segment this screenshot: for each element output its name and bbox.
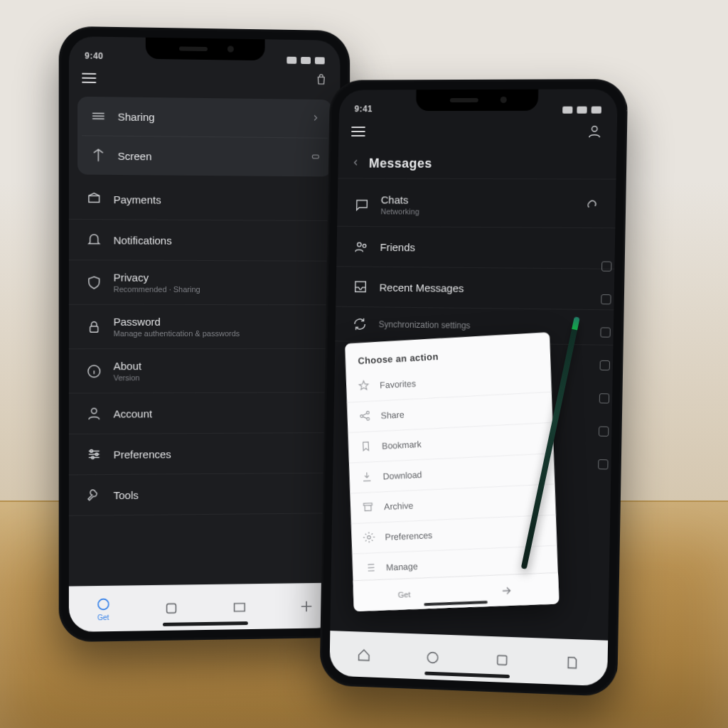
list-item[interactable]: Password Manage authentication & passwor…	[69, 305, 340, 349]
svg-point-15	[368, 535, 371, 539]
list-item[interactable]: Notifications	[69, 220, 340, 262]
sheet-label: Archive	[384, 500, 414, 512]
back-icon[interactable]	[350, 157, 360, 170]
page-title: Messages	[369, 156, 432, 171]
tab-4[interactable]	[299, 598, 314, 614]
slot-icon[interactable]	[599, 393, 609, 403]
sheet-label: Download	[382, 470, 422, 481]
tab-2[interactable]	[424, 649, 440, 665]
battery-icon	[592, 107, 601, 114]
tab-home[interactable]: Get	[95, 596, 111, 622]
archive-icon	[361, 500, 375, 515]
list-icon	[363, 561, 378, 576]
item-label: Friends	[380, 241, 415, 253]
download-icon	[360, 470, 375, 485]
shield-icon	[85, 273, 103, 291]
slot-icon[interactable]	[601, 262, 611, 272]
tab-2[interactable]	[164, 600, 179, 616]
row-label: Sharing	[118, 110, 301, 124]
tab-bar	[329, 631, 608, 686]
slot-icon[interactable]	[600, 360, 610, 370]
list-item[interactable]: Friends	[336, 227, 615, 269]
link-icon	[581, 196, 600, 215]
item-label: Account	[114, 407, 153, 419]
screen-icon	[89, 146, 107, 164]
list-item[interactable]: Privacy Recommended · Sharing	[69, 260, 340, 305]
svg-point-14	[367, 417, 370, 420]
header-row-screen[interactable]: Screen	[82, 136, 328, 176]
header-card: Sharing Screen	[77, 97, 332, 177]
notch	[416, 90, 539, 111]
chevron-right-icon	[311, 112, 321, 124]
item-label: About	[114, 360, 141, 372]
signal-icon	[562, 107, 572, 114]
item-label: Notifications	[114, 234, 172, 246]
group-icon	[352, 237, 370, 256]
item-label: Preferences	[114, 448, 171, 461]
item-label: Chats	[381, 193, 409, 205]
bag-icon[interactable]	[315, 73, 328, 90]
wrench-icon	[85, 486, 103, 504]
sheet-label: Share	[381, 410, 405, 421]
tab-4[interactable]	[564, 654, 581, 670]
sliders-icon	[85, 445, 103, 464]
menu-icon[interactable]	[82, 73, 96, 83]
slot-icon[interactable]	[598, 459, 608, 469]
wifi-icon	[577, 107, 587, 114]
user-icon	[85, 405, 103, 423]
item-label: Tools	[114, 488, 139, 500]
item-sub: Version	[114, 373, 325, 382]
item-label: Recent Messages	[379, 281, 464, 294]
sheet-label: Bookmark	[382, 439, 422, 451]
slot-icon[interactable]	[599, 427, 609, 437]
item-label: Privacy	[114, 272, 149, 284]
list-item[interactable]: Tools	[69, 473, 340, 516]
star-icon	[358, 379, 372, 394]
phone-right: 9:41 Messages Chats Networking	[319, 79, 628, 697]
list-item[interactable]: Chats Networking	[337, 183, 616, 228]
tab-1[interactable]	[356, 647, 372, 663]
home-indicator[interactable]	[424, 672, 510, 679]
svg-rect-17	[498, 655, 507, 664]
list-item[interactable]: Recent Messages	[336, 267, 614, 310]
item-label: Payments	[114, 193, 161, 206]
signal-icon	[287, 57, 296, 64]
gear-icon	[363, 530, 377, 545]
menu-icon[interactable]	[351, 127, 365, 136]
settings-list: Payments Notifications Privacy Recommend…	[69, 178, 340, 515]
info-icon	[85, 362, 103, 380]
sheet-tab[interactable]: Get	[398, 590, 411, 599]
svg-rect-8	[167, 604, 176, 613]
tab-bar: Get	[69, 583, 340, 632]
tab-3[interactable]	[232, 599, 247, 615]
chat-icon	[353, 196, 371, 214]
header-row-sharing[interactable]: Sharing	[82, 97, 328, 139]
toggle-icon	[311, 151, 321, 164]
sheet-label: Manage	[386, 562, 418, 573]
svg-point-9	[592, 126, 598, 131]
phone-left: 9:40 Sharing Screen	[59, 26, 350, 643]
person-icon[interactable]	[585, 122, 604, 141]
svg-point-11	[363, 245, 366, 248]
svg-point-3	[92, 408, 97, 413]
item-label: Password	[114, 316, 161, 328]
item-sub: Recommended · Sharing	[114, 285, 325, 294]
sheet-tab-2[interactable]	[500, 584, 513, 597]
status-time: 9:41	[354, 104, 373, 114]
title-bar: Messages	[338, 145, 616, 180]
list-item[interactable]: Account	[69, 392, 340, 434]
home-indicator[interactable]	[163, 621, 248, 626]
slot-icon[interactable]	[600, 327, 610, 337]
home-indicator[interactable]	[424, 601, 488, 606]
tab-label: Get	[97, 614, 109, 621]
sheet-label: Preferences	[385, 530, 432, 542]
battery-icon	[315, 57, 325, 64]
list-item[interactable]: Payments	[69, 178, 340, 221]
list-item[interactable]: About Version	[69, 349, 340, 394]
sync-icon	[350, 315, 369, 333]
list-item[interactable]: Preferences	[69, 433, 340, 475]
row-label: Screen	[118, 149, 301, 163]
slot-icon[interactable]	[601, 294, 611, 304]
tab-3[interactable]	[494, 652, 510, 668]
svg-point-16	[427, 652, 438, 663]
